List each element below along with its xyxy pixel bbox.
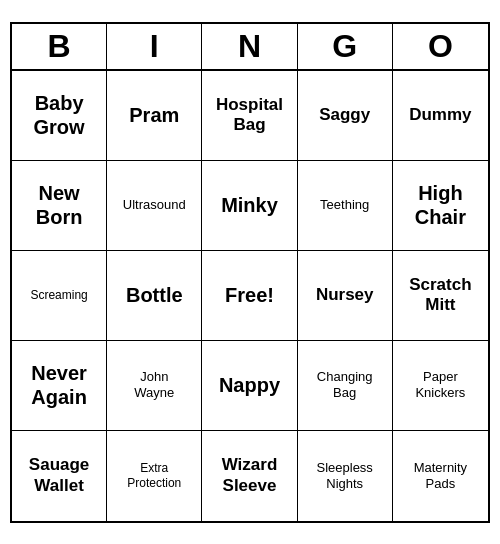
cell-text-16: JohnWayne <box>134 369 174 400</box>
bingo-cell-0[interactable]: BabyGrow <box>12 71 107 161</box>
cell-text-24: MaternityPads <box>414 460 467 491</box>
cell-text-14: ScratchMitt <box>409 275 471 316</box>
cell-text-21: ExtraProtection <box>127 461 181 490</box>
bingo-cell-22[interactable]: WizardSleeve <box>202 431 297 521</box>
bingo-cell-23[interactable]: SleeplessNights <box>298 431 393 521</box>
cell-text-20: SauageWallet <box>29 455 89 496</box>
cell-text-17: Nappy <box>219 373 280 397</box>
bingo-cell-16[interactable]: JohnWayne <box>107 341 202 431</box>
bingo-cell-8[interactable]: Teething <box>298 161 393 251</box>
cell-text-3: Saggy <box>319 105 370 125</box>
header-letter-b: B <box>12 24 107 69</box>
bingo-cell-20[interactable]: SauageWallet <box>12 431 107 521</box>
cell-text-19: PaperKnickers <box>415 369 465 400</box>
bingo-grid: BabyGrowPramHospitalBagSaggyDummyNewBorn… <box>12 71 488 521</box>
bingo-cell-19[interactable]: PaperKnickers <box>393 341 488 431</box>
bingo-cell-7[interactable]: Minky <box>202 161 297 251</box>
cell-text-23: SleeplessNights <box>317 460 373 491</box>
bingo-card: BINGO BabyGrowPramHospitalBagSaggyDummyN… <box>10 22 490 523</box>
bingo-cell-6[interactable]: Ultrasound <box>107 161 202 251</box>
cell-text-4: Dummy <box>409 105 471 125</box>
cell-text-8: Teething <box>320 197 369 213</box>
bingo-cell-9[interactable]: HighChair <box>393 161 488 251</box>
cell-text-9: HighChair <box>415 181 466 229</box>
cell-text-11: Bottle <box>126 283 183 307</box>
header-letter-i: I <box>107 24 202 69</box>
header-letter-n: N <box>202 24 297 69</box>
bingo-header: BINGO <box>12 24 488 71</box>
header-letter-g: G <box>298 24 393 69</box>
bingo-cell-17[interactable]: Nappy <box>202 341 297 431</box>
header-letter-o: O <box>393 24 488 69</box>
bingo-cell-11[interactable]: Bottle <box>107 251 202 341</box>
cell-text-13: Nursey <box>316 285 374 305</box>
cell-text-6: Ultrasound <box>123 197 186 213</box>
cell-text-2: HospitalBag <box>216 95 283 136</box>
bingo-cell-14[interactable]: ScratchMitt <box>393 251 488 341</box>
bingo-cell-13[interactable]: Nursey <box>298 251 393 341</box>
cell-text-1: Pram <box>129 103 179 127</box>
bingo-cell-15[interactable]: NeverAgain <box>12 341 107 431</box>
cell-text-10: Screaming <box>30 288 87 302</box>
bingo-cell-5[interactable]: NewBorn <box>12 161 107 251</box>
bingo-cell-21[interactable]: ExtraProtection <box>107 431 202 521</box>
bingo-cell-3[interactable]: Saggy <box>298 71 393 161</box>
cell-text-12: Free! <box>225 283 274 307</box>
cell-text-7: Minky <box>221 193 278 217</box>
bingo-cell-4[interactable]: Dummy <box>393 71 488 161</box>
bingo-cell-18[interactable]: ChangingBag <box>298 341 393 431</box>
bingo-cell-24[interactable]: MaternityPads <box>393 431 488 521</box>
bingo-cell-2[interactable]: HospitalBag <box>202 71 297 161</box>
cell-text-22: WizardSleeve <box>222 455 278 496</box>
bingo-cell-12[interactable]: Free! <box>202 251 297 341</box>
cell-text-5: NewBorn <box>36 181 83 229</box>
bingo-cell-10[interactable]: Screaming <box>12 251 107 341</box>
bingo-cell-1[interactable]: Pram <box>107 71 202 161</box>
cell-text-0: BabyGrow <box>34 91 85 139</box>
cell-text-15: NeverAgain <box>31 361 87 409</box>
cell-text-18: ChangingBag <box>317 369 373 400</box>
